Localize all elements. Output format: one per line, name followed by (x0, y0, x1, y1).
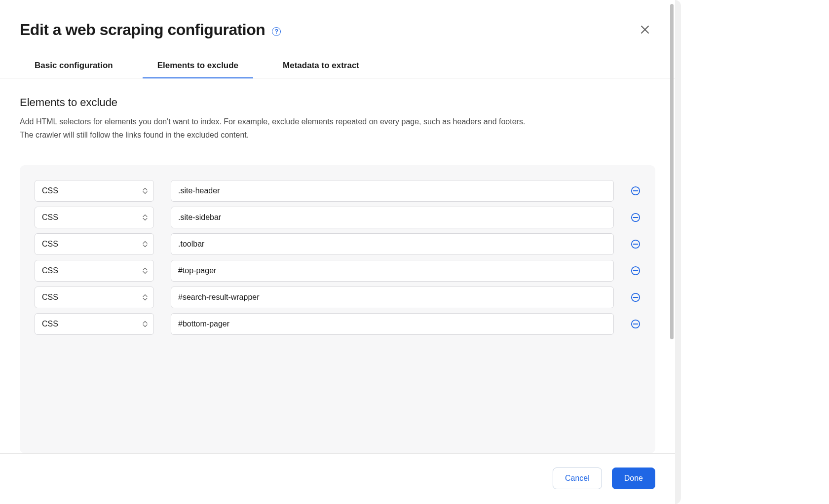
selector-type-select[interactable]: CSS (35, 287, 154, 308)
selector-input[interactable] (171, 207, 614, 228)
exclude-row: CSS (35, 233, 641, 255)
selector-input[interactable] (171, 287, 614, 308)
cancel-button[interactable]: Cancel (553, 468, 602, 489)
exclude-row: CSS (35, 313, 641, 335)
selector-input[interactable] (171, 260, 614, 282)
content-scroll: Elements to exclude Add HTML selectors f… (0, 78, 675, 453)
remove-row-icon[interactable] (631, 266, 641, 276)
tab-elements-to-exclude[interactable]: Elements to exclude (143, 56, 253, 78)
remove-row-icon[interactable] (631, 213, 641, 222)
remove-row-icon[interactable] (631, 292, 641, 302)
selector-type-value: CSS (42, 293, 58, 302)
selector-type-value: CSS (42, 320, 58, 328)
selector-type-value: CSS (42, 266, 58, 275)
stepper-icon (143, 268, 148, 274)
selector-type-select[interactable]: CSS (35, 233, 154, 255)
remove-row-icon[interactable] (631, 319, 641, 329)
exclude-row: CSS (35, 207, 641, 228)
tab-basic-configuration[interactable]: Basic configuration (35, 56, 113, 78)
section-description: Add HTML selectors for elements you don'… (20, 115, 655, 142)
selector-type-value: CSS (42, 240, 58, 249)
page-title: Edit a web scraping configuration (20, 21, 265, 39)
selector-type-value: CSS (42, 186, 58, 195)
scrollbar-thumb[interactable] (670, 4, 674, 339)
done-button[interactable]: Done (612, 468, 655, 489)
modal-header: Edit a web scraping configuration ? (0, 0, 675, 39)
stepper-icon (143, 241, 148, 248)
help-icon[interactable]: ? (272, 27, 281, 36)
close-icon[interactable] (637, 22, 653, 38)
title-wrap: Edit a web scraping configuration ? (20, 21, 281, 39)
selector-type-select[interactable]: CSS (35, 260, 154, 282)
selector-type-value: CSS (42, 213, 58, 222)
exclude-row: CSS (35, 180, 641, 202)
tab-metadata-to-extract[interactable]: Metadata to extract (283, 56, 359, 78)
selector-type-select[interactable]: CSS (35, 180, 154, 202)
section-heading: Elements to exclude Add HTML selectors f… (0, 78, 675, 151)
section-title: Elements to exclude (20, 96, 655, 109)
section-desc-line1: Add HTML selectors for elements you don'… (20, 117, 525, 126)
selector-input[interactable] (171, 313, 614, 335)
remove-row-icon[interactable] (631, 239, 641, 249)
stepper-icon (143, 294, 148, 301)
section-desc-line2: The crawler will still follow the links … (20, 131, 249, 139)
selector-input[interactable] (171, 233, 614, 255)
stepper-icon (143, 188, 148, 194)
stepper-icon (143, 215, 148, 221)
tabs: Basic configuration Elements to exclude … (0, 39, 675, 78)
exclude-row: CSS (35, 287, 641, 308)
exclude-rows-panel: CSS CSS (20, 165, 655, 453)
selector-type-select[interactable]: CSS (35, 207, 154, 228)
selector-type-select[interactable]: CSS (35, 313, 154, 335)
selector-input[interactable] (171, 180, 614, 202)
modal-footer: Cancel Done (0, 454, 675, 504)
stepper-icon (143, 321, 148, 327)
modal-viewport: Edit a web scraping configuration ? Basi… (0, 0, 681, 504)
exclude-row: CSS (35, 260, 641, 282)
remove-row-icon[interactable] (631, 186, 641, 196)
